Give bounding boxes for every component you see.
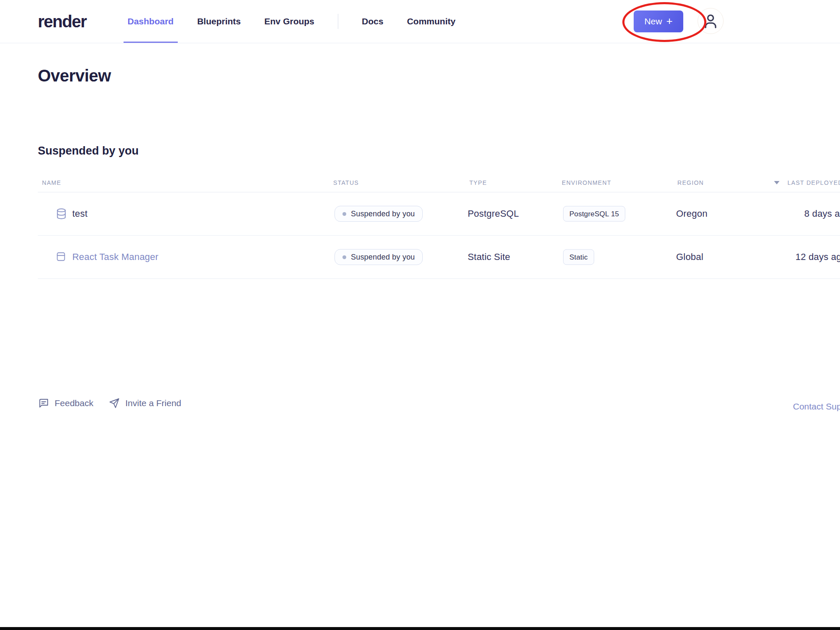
nav-item-community[interactable]: Community: [407, 0, 456, 43]
service-name-link[interactable]: React Task Manager: [72, 252, 158, 262]
account-menu[interactable]: [698, 8, 724, 34]
static-site-icon: [55, 251, 66, 263]
feedback-bubble-icon: [38, 397, 50, 409]
service-type: Static Site: [468, 252, 510, 262]
feedback-link[interactable]: Feedback: [38, 397, 93, 409]
service-region: Global: [676, 252, 703, 262]
nav-divider: [338, 14, 338, 29]
status-dot-icon: [342, 212, 346, 216]
main-nav: Dashboard Blueprints Env Groups Docs Com…: [128, 0, 456, 43]
status-badge: Suspended by you: [334, 249, 423, 265]
status-badge: Suspended by you: [334, 206, 423, 222]
column-header-status[interactable]: STATUS: [333, 179, 359, 186]
section-title-suspended: Suspended by you: [38, 144, 139, 158]
status-badge-label: Suspended by you: [351, 253, 415, 262]
nav-item-dashboard[interactable]: Dashboard: [128, 0, 174, 43]
table-row[interactable]: React Task Manager Suspended by you Stat…: [38, 236, 840, 279]
new-button-label: New: [644, 16, 662, 26]
database-icon: [55, 207, 67, 220]
paper-plane-icon: [108, 397, 120, 409]
table-row[interactable]: test Suspended by you PostgreSQL Postgre…: [38, 192, 840, 236]
bottom-black-bar: [0, 627, 840, 630]
services-table: NAME STATUS TYPE ENVIRONMENT REGION LAST…: [38, 176, 840, 279]
service-last-deployed: 12 days ago: [795, 252, 840, 262]
service-name-link[interactable]: test: [72, 208, 87, 219]
plus-icon: +: [666, 15, 672, 28]
status-badge-label: Suspended by you: [351, 210, 415, 218]
column-header-environment[interactable]: ENVIRONMENT: [562, 179, 611, 186]
column-header-region[interactable]: REGION: [677, 179, 704, 186]
new-button[interactable]: New +: [634, 10, 683, 32]
page-title: Overview: [38, 66, 111, 85]
environment-badge-label: PostgreSQL 15: [569, 210, 619, 218]
environment-badge: PostgreSQL 15: [563, 206, 625, 222]
footer-links: Feedback Invite a Friend: [38, 397, 181, 409]
service-type: PostgreSQL: [468, 208, 519, 219]
status-dot-icon: [342, 255, 346, 259]
render-logo[interactable]: render: [38, 0, 87, 43]
nav-item-env-groups[interactable]: Env Groups: [264, 0, 314, 43]
service-last-deployed: 8 days ago: [804, 208, 840, 219]
column-header-type[interactable]: TYPE: [469, 179, 487, 186]
sort-desc-icon[interactable]: [774, 181, 779, 184]
environment-badge-label: Static: [569, 253, 588, 261]
top-navbar: render Dashboard Blueprints Env Groups D…: [0, 0, 840, 43]
nav-item-docs[interactable]: Docs: [362, 0, 383, 43]
column-header-name[interactable]: NAME: [42, 179, 61, 186]
invite-friend-label: Invite a Friend: [125, 398, 181, 408]
column-header-last-deployed[interactable]: LAST DEPLOYED: [787, 179, 840, 186]
feedback-label: Feedback: [55, 398, 93, 408]
invite-friend-link[interactable]: Invite a Friend: [108, 397, 181, 409]
service-region: Oregon: [676, 208, 708, 219]
table-header-row: NAME STATUS TYPE ENVIRONMENT REGION LAST…: [38, 176, 840, 192]
nav-item-blueprints[interactable]: Blueprints: [197, 0, 241, 43]
contact-support-link[interactable]: Contact Support: [793, 402, 840, 412]
environment-badge: Static: [563, 249, 594, 265]
user-icon: [701, 12, 720, 30]
